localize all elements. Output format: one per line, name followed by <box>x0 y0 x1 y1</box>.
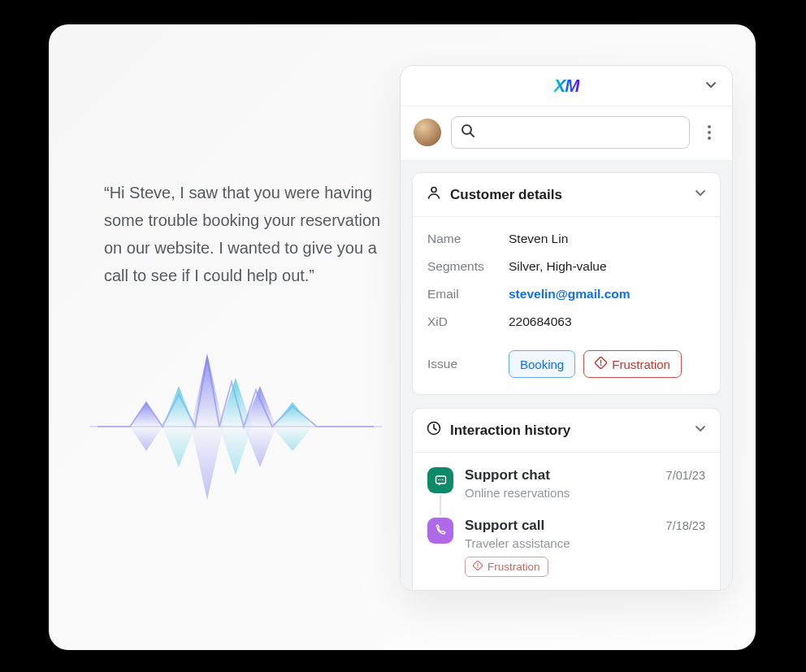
email-label: Email <box>427 287 509 301</box>
svg-marker-1 <box>162 386 195 427</box>
history-tag-frustration[interactable]: Frustration <box>465 557 548 577</box>
svg-marker-8 <box>191 427 223 500</box>
history-date: 7/01/23 <box>666 469 705 482</box>
name-value: Steven Lin <box>509 232 568 246</box>
chevron-down-icon <box>694 186 707 203</box>
history-item[interactable]: Support call 7/18/23 Traveler assistance… <box>427 518 705 582</box>
interaction-history-card: Interaction history Support chat <box>412 408 721 590</box>
svg-marker-5 <box>272 402 313 427</box>
history-item[interactable]: Support chat 7/01/23 Online reservations <box>427 467 705 518</box>
svg-marker-10 <box>244 427 276 467</box>
panel-header: XM <box>401 66 732 106</box>
user-avatar[interactable] <box>414 119 441 146</box>
svg-marker-3 <box>219 378 252 427</box>
issue-tag-frustration[interactable]: Frustration <box>583 350 682 378</box>
search-icon <box>460 123 476 142</box>
history-title: Support call <box>465 518 544 534</box>
xm-logo: XM <box>554 76 579 97</box>
history-subtitle: Traveler assistance <box>465 536 705 550</box>
clock-icon <box>426 420 442 440</box>
svg-point-23 <box>442 479 444 480</box>
more-menu-button[interactable] <box>700 125 719 140</box>
audio-waveform <box>81 341 390 512</box>
alert-icon <box>595 357 607 371</box>
svg-marker-11 <box>272 427 313 451</box>
collapse-panel-button[interactable] <box>704 78 717 94</box>
history-title: Support chat <box>465 467 550 483</box>
alert-icon <box>473 561 483 573</box>
svg-marker-6 <box>130 427 162 451</box>
history-subtitle: Online reservations <box>465 486 705 500</box>
interaction-history-header[interactable]: Interaction history <box>413 409 720 453</box>
customer-details-card: Customer details Name Steven Lin Segment… <box>412 172 721 395</box>
svg-point-15 <box>431 188 436 193</box>
customer-panel: XM Customer <box>400 65 733 591</box>
svg-line-14 <box>470 133 474 137</box>
person-icon <box>426 184 442 205</box>
phone-icon <box>427 518 453 544</box>
svg-point-26 <box>477 566 478 567</box>
issue-tag-booking[interactable]: Booking <box>509 350 575 378</box>
svg-marker-9 <box>219 427 252 475</box>
name-label: Name <box>427 232 509 246</box>
svg-point-21 <box>438 479 440 480</box>
search-input[interactable] <box>483 125 681 140</box>
chat-icon <box>427 467 453 493</box>
interaction-history-title: Interaction history <box>450 423 570 439</box>
segments-value: Silver, High-value <box>509 259 607 274</box>
svg-marker-7 <box>162 427 195 467</box>
issue-label: Issue <box>427 357 509 371</box>
chevron-down-icon <box>694 422 707 439</box>
svg-marker-2 <box>191 353 223 427</box>
svg-point-18 <box>600 364 602 366</box>
xid-value: 220684063 <box>509 314 572 329</box>
xid-label: XiD <box>427 314 509 329</box>
customer-details-header[interactable]: Customer details <box>413 173 720 217</box>
customer-details-title: Customer details <box>450 187 562 203</box>
segments-label: Segments <box>427 259 509 274</box>
history-date: 7/18/23 <box>666 519 705 532</box>
svg-marker-0 <box>130 402 162 427</box>
svg-point-22 <box>440 479 441 480</box>
search-box[interactable] <box>451 116 690 149</box>
call-transcript-quote: “Hi Steve, I saw that you were having so… <box>104 179 388 289</box>
email-link[interactable]: stevelin@gmail.com <box>509 287 630 301</box>
svg-marker-4 <box>244 386 276 427</box>
